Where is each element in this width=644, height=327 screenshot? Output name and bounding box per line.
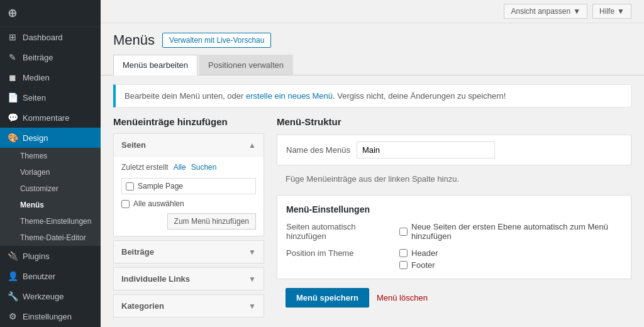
- sidebar-item-dashboard[interactable]: ⊞ Dashboard: [0, 27, 101, 47]
- select-all-checkbox[interactable]: [121, 200, 130, 208]
- accordion-beitraege-arrow: ▼: [248, 248, 256, 257]
- kommentare-icon: 💬: [8, 113, 18, 123]
- sidebar-logo: ⊕: [0, 0, 101, 27]
- content-area: Menüeinträge hinzufügen Seiten ▲ Zuletzt…: [101, 116, 644, 327]
- sidebar-sub-themes[interactable]: Themes: [8, 148, 101, 164]
- menu-settings-heading: Menü-Einstellungen: [286, 204, 622, 214]
- select-all-label-row: Alle auswählen: [121, 199, 256, 208]
- page-item-sample-checkbox[interactable]: [126, 182, 134, 191]
- main-content: Ansicht anpassen ▼ Hilfe ▼ Menüs Verwalt…: [101, 0, 644, 327]
- accordion-beitraege-label: Beiträge: [121, 247, 154, 257]
- accordion-links-arrow: ▼: [248, 275, 256, 284]
- notice-bar: Bearbeite dein Menü unten, oder erstelle…: [113, 84, 631, 108]
- page-item-sample: Sample Page: [121, 178, 256, 194]
- menu-settings-section: Menü-Einstellungen Seiten automatisch hi…: [277, 195, 631, 279]
- dashboard-icon: ⊞: [8, 32, 18, 42]
- ansicht-chevron-icon: ▼: [573, 7, 580, 16]
- position-header-label: Header: [399, 248, 438, 258]
- left-column: Menüeinträge hinzufügen Seiten ▲ Zuletzt…: [113, 116, 264, 321]
- einstellungen-icon: ⚙: [8, 311, 18, 321]
- position-row: Position im Theme Header Footer: [286, 248, 622, 270]
- sidebar-item-werkzeuge[interactable]: 🔧 Werkzeuge: [0, 286, 101, 306]
- page-item-sample-label: Sample Page: [138, 182, 183, 191]
- accordion-seiten: Seiten ▲ Zuletzt erstellt Alle Suchen Sa…: [113, 133, 264, 236]
- auto-add-checkbox-text: Neue Seiten der ersten Ebene automatisch…: [411, 222, 622, 241]
- sidebar-label-plugins: Plugins: [23, 252, 50, 261]
- page-header: Menüs Verwalten mit Live-Vorschau: [101, 23, 644, 55]
- sidebar-sub-customizer[interactable]: Customizer: [8, 180, 101, 197]
- hilfe-chevron-icon: ▼: [617, 7, 625, 16]
- sidebar-label-benutzer: Benutzer: [23, 272, 55, 281]
- auto-add-checkbox[interactable]: [399, 228, 408, 236]
- auto-add-row: Seiten automatisch hinzufügen Neue Seite…: [286, 222, 622, 241]
- sidebar-sub-theme-datei-editor[interactable]: Theme-Datei-Editor: [8, 230, 101, 246]
- notice-text-after: . Vergiss nicht, deine Änderungen zu spe…: [333, 91, 506, 101]
- select-all-text: Alle auswählen: [133, 199, 184, 208]
- position-footer-checkbox[interactable]: [399, 261, 408, 269]
- sidebar-item-kommentare[interactable]: 💬 Kommentare: [0, 108, 101, 128]
- accordion-links-header[interactable]: Individuelle Links ▼: [114, 268, 264, 290]
- delete-menu-link[interactable]: Menü löschen: [377, 293, 428, 302]
- sidebar-label-einstellungen: Einstellungen: [23, 312, 72, 321]
- sidebar-item-design[interactable]: 🎨 Design: [0, 128, 101, 148]
- accordion-beitraege-header[interactable]: Beiträge ▼: [114, 241, 264, 263]
- ansicht-label: Ansicht anpassen: [511, 7, 570, 16]
- auto-add-control: Neue Seiten der ersten Ebene automatisch…: [399, 222, 622, 241]
- hilfe-label: Hilfe: [599, 7, 614, 16]
- filter-search-link[interactable]: Suchen: [191, 163, 217, 172]
- accordion-kategorien-label: Kategorien: [121, 301, 164, 311]
- menu-hint: Füge Menüeinträge aus der linken Spalte …: [277, 174, 631, 184]
- menu-name-input[interactable]: [357, 141, 495, 158]
- notice-link[interactable]: erstelle ein neues Menü: [246, 91, 333, 101]
- menu-name-row: Name des Menüs: [277, 135, 631, 165]
- action-row: Menü speichern Menü löschen: [277, 288, 631, 314]
- sidebar-label-seiten: Seiten: [23, 93, 46, 103]
- sidebar-label-medien: Medien: [23, 73, 50, 82]
- position-header-checkbox[interactable]: [399, 249, 408, 257]
- medien-icon: ◼: [8, 72, 18, 82]
- sidebar-item-beitraege[interactable]: ✎ Beiträge: [0, 47, 101, 67]
- accordion-seiten-label: Seiten: [121, 140, 146, 150]
- filter-all-link[interactable]: Alle: [174, 163, 186, 172]
- design-icon: 🎨: [8, 133, 18, 143]
- right-column-heading: Menü-Struktur: [277, 116, 631, 127]
- sidebar-label-kommentare: Kommentare: [23, 113, 69, 123]
- sidebar-item-seiten[interactable]: 📄 Seiten: [0, 87, 101, 108]
- sidebar-sub-theme-einstellungen[interactable]: Theme-Einstellungen: [8, 213, 101, 230]
- beitraege-icon: ✎: [8, 52, 18, 62]
- left-column-heading: Menüeinträge hinzufügen: [113, 116, 264, 127]
- accordion-kategorien-arrow: ▼: [248, 302, 256, 311]
- tab-positionen-verwalten[interactable]: Positionen verwalten: [199, 55, 293, 75]
- menu-name-label: Name des Menüs: [286, 145, 350, 155]
- sidebar-sub-vorlagen[interactable]: Vorlagen: [8, 164, 101, 180]
- seiten-icon: 📄: [8, 92, 18, 103]
- sidebar-item-benutzer[interactable]: 👤 Benutzer: [0, 266, 101, 286]
- sidebar-label-dashboard: Dashboard: [23, 33, 63, 42]
- page-title: Menüs: [113, 32, 155, 48]
- live-preview-button[interactable]: Verwalten mit Live-Vorschau: [162, 33, 271, 48]
- plugins-icon: 🔌: [8, 251, 18, 261]
- filter-label: Zuletzt erstellt: [121, 163, 169, 172]
- accordion-links: Individuelle Links ▼: [113, 267, 264, 291]
- filter-tabs: Zuletzt erstellt Alle Suchen: [121, 163, 256, 172]
- ansicht-anpassen-button[interactable]: Ansicht anpassen ▼: [504, 4, 587, 19]
- auto-add-label: Seiten automatisch hinzufügen: [286, 222, 387, 241]
- position-header-text: Header: [411, 248, 438, 258]
- sidebar-item-einstellungen[interactable]: ⚙ Einstellungen: [0, 306, 101, 326]
- tab-menus-bearbeiten[interactable]: Menüs bearbeiten: [113, 55, 197, 75]
- hilfe-button[interactable]: Hilfe ▼: [592, 4, 631, 19]
- accordion-kategorien: Kategorien ▼: [113, 294, 264, 318]
- design-submenu: Themes Vorlagen Customizer Menüs Theme-E…: [0, 148, 101, 246]
- auto-add-checkbox-label: Neue Seiten der ersten Ebene automatisch…: [399, 222, 622, 241]
- sidebar-label-design: Design: [23, 133, 48, 143]
- add-to-menu-button[interactable]: Zum Menü hinzufügen: [167, 213, 256, 230]
- position-label: Position im Theme: [286, 248, 387, 258]
- sidebar-sub-menus[interactable]: Menüs: [8, 197, 101, 213]
- accordion-seiten-header[interactable]: Seiten ▲: [114, 134, 264, 156]
- accordion-beitraege: Beiträge ▼: [113, 240, 264, 263]
- right-column: Menü-Struktur Name des Menüs Füge Menüei…: [277, 116, 631, 321]
- sidebar-item-plugins[interactable]: 🔌 Plugins: [0, 246, 101, 266]
- save-menu-button[interactable]: Menü speichern: [286, 288, 369, 308]
- sidebar-item-medien[interactable]: ◼ Medien: [0, 67, 101, 87]
- accordion-kategorien-header[interactable]: Kategorien ▼: [114, 295, 264, 317]
